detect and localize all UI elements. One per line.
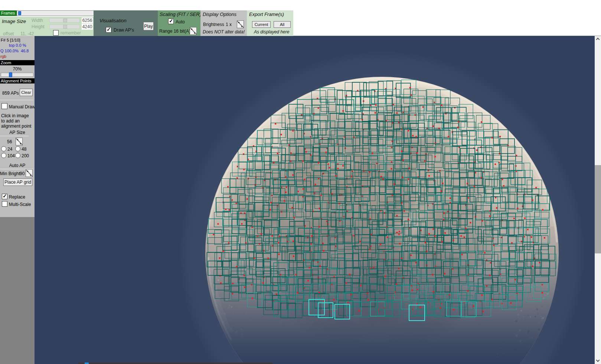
ap-size-radio-48[interactable] [15, 146, 20, 151]
offset-value: 11, -42 [20, 31, 34, 36]
image-size-title: Image Size [2, 19, 26, 24]
play-button[interactable]: Play [143, 22, 154, 30]
clear-aps-button[interactable]: Clear [20, 89, 33, 96]
height-label: Height [32, 24, 45, 29]
export-frames-panel: Export Frame(s) Current All As displayed… [247, 10, 293, 36]
ap-size-radio-24-label: 24 [7, 147, 12, 152]
visualisation-title: Visualisation [99, 18, 127, 23]
brightness-value: 1 x [226, 22, 232, 27]
auto-ap-label: Auto AP [0, 163, 35, 168]
manual-draw-label: Manual Draw [9, 104, 35, 109]
scaling-panel: Scaling (FIT / SER) Auto Range 16 bit(A) [158, 10, 200, 36]
replace-label: Replace [9, 194, 25, 200]
moon-image-with-alignment-points[interactable] [35, 36, 595, 364]
vertical-scrollbar[interactable] [595, 36, 601, 364]
export-frames-note: As displayed here [254, 29, 289, 35]
auto-scaling-label: Auto [176, 19, 185, 24]
replace-checkbox[interactable] [2, 194, 7, 199]
width-slider[interactable] [49, 18, 80, 23]
height-slider-thumb[interactable] [63, 25, 67, 29]
chevron-down-icon [596, 358, 600, 362]
frames-slider-thumb[interactable] [18, 11, 21, 15]
multi-scale-label: Multi-Scale [9, 202, 31, 207]
ap-size-radio-24[interactable] [1, 146, 6, 151]
scaling-title: Scaling (FIT / SER) [160, 12, 201, 17]
alignment-points-header: Alignment Points [0, 78, 35, 83]
visualisation-panel: Visualisation Draw AP's Play [94, 10, 158, 36]
zoom-section-header: Zoom [0, 60, 35, 65]
width-slider-thumb[interactable] [63, 19, 67, 22]
image-size-panel: Image Size Width 6256 Height 4240 offset… [0, 17, 94, 36]
auto-scaling-checkbox[interactable] [168, 19, 174, 24]
offset-label: offset [3, 31, 14, 36]
quality-readout: Q 100.0% 46.8 [0, 49, 29, 53]
display-options-note: Does NOT alter data! [203, 29, 245, 35]
ap-count: 859 APs [2, 91, 19, 96]
ap-size-radio-48-label: 48 [22, 147, 26, 152]
min-bright-label: Min Bright [0, 171, 20, 176]
scrollbar-down-button[interactable] [595, 358, 601, 364]
zoom-value: 70% [0, 66, 35, 72]
autostakkert-window: C:\Users\Arrow Guo\Desktop\1\ Done Frame… [0, 0, 601, 364]
draw-aps-label: Draw AP's [114, 27, 134, 33]
frames-label: Frames [0, 10, 17, 16]
scrollbar-thumb[interactable] [595, 165, 601, 253]
hint-line-1: Click in image [1, 113, 29, 118]
sidebar: F# 5 [1/10] top 0.0 % Q 100.0% 46.8 rgb … [0, 36, 35, 364]
manual-draw-checkbox[interactable] [1, 103, 7, 109]
export-all-button[interactable]: All [274, 21, 291, 28]
scrollbar-up-button[interactable] [595, 36, 601, 42]
taskbar-edge [78, 363, 273, 364]
ap-size-spinner[interactable] [16, 138, 23, 145]
height-value[interactable]: 4240 [82, 24, 93, 30]
export-frames-title: Export Frame(s) [249, 12, 284, 17]
image-viewport [35, 36, 595, 364]
remember-checkbox[interactable] [53, 30, 59, 36]
display-options-panel: Display Options Brightness 1 x Does NOT … [200, 10, 247, 36]
min-bright-spinner[interactable] [26, 169, 33, 177]
width-label: Width [32, 18, 43, 23]
multi-scale-checkbox[interactable] [2, 201, 7, 207]
zoom-slider[interactable] [1, 73, 33, 77]
taskbar-accent [85, 363, 89, 364]
divider [0, 100, 33, 100]
height-slider[interactable] [49, 24, 80, 29]
display-options-title: Display Options [203, 12, 236, 17]
toolbar: Frames 1 Image Size Width 6256 Height 42… [0, 0, 601, 36]
zoom-slider-thumb[interactable] [9, 72, 12, 77]
place-ap-grid-button[interactable]: Place AP grid [3, 178, 32, 186]
remember-label: remember [61, 30, 81, 36]
frame-info: F# 5 [1/10] [1, 38, 20, 42]
chevron-up-icon [596, 38, 600, 42]
ap-size-radio-200-label: 200 [22, 153, 29, 158]
ap-size-radio-104-label: 104 [7, 153, 15, 158]
ap-size-label: AP Size [0, 130, 35, 135]
range-label: Range 16 bit(A) [159, 29, 190, 34]
width-value[interactable]: 6256 [82, 17, 93, 23]
brightness-spinner[interactable] [237, 20, 244, 28]
ap-size-radio-104[interactable] [1, 153, 6, 158]
divider [0, 136, 29, 136]
range-spinner[interactable] [190, 27, 197, 35]
draw-aps-checkbox[interactable] [106, 27, 111, 33]
brightness-label: Brightness [203, 22, 224, 27]
min-bright-value: 90 [20, 171, 25, 176]
ap-size-radio-200[interactable] [15, 153, 20, 158]
channel-label: rgb [0, 54, 6, 59]
ap-size-value: 56 [7, 139, 12, 144]
export-current-button[interactable]: Current [252, 21, 271, 28]
hint-line-3: alignment point [1, 124, 31, 129]
top-percent: top 0.0 % [9, 43, 26, 47]
hint-line-2: to add an [1, 118, 20, 124]
